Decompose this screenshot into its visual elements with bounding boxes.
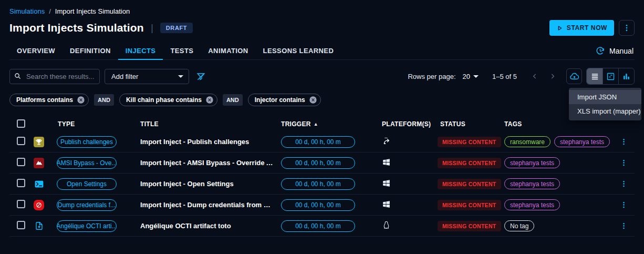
chevron-left-icon (531, 72, 539, 80)
inject-title[interactable]: Import Inject - Publish challenges (137, 138, 276, 146)
inject-title[interactable]: Import Inject - Open Settings (137, 180, 276, 188)
update-mode-toggle[interactable]: Manual (595, 42, 635, 59)
tag-chip[interactable]: stephanya tests (554, 136, 610, 147)
rows-per-page-label: Rows per page: (408, 73, 455, 80)
distribution-view-icon (606, 72, 615, 81)
filter-operator[interactable]: AND (94, 94, 114, 106)
terminal-icon (34, 179, 44, 189)
page-title: Import Injects Simulation (9, 22, 144, 34)
column-header-tags[interactable]: TAGS (499, 120, 604, 128)
import-dropdown-menu: Import JSON XLS import (mapper) (569, 88, 641, 120)
table-row[interactable]: Open Settings Import Inject - Open Setti… (9, 174, 635, 195)
inject-title[interactable]: Angélique OCTI artifact toto (137, 222, 276, 230)
vertical-dots-icon (622, 24, 631, 32)
pagination-range: 1–5 of 5 (492, 73, 517, 80)
title-divider: | (151, 22, 153, 34)
status-badge: MISSING CONTENT (438, 179, 501, 189)
menu-item-import-json[interactable]: Import JSON (569, 90, 641, 104)
row-menu-button[interactable] (619, 200, 629, 210)
row-menu-button[interactable] (619, 137, 629, 147)
remove-filter-icon[interactable] (205, 96, 214, 104)
search-input[interactable] (9, 69, 100, 84)
clear-filters-button[interactable] (196, 72, 206, 82)
windows-icon (382, 158, 391, 168)
filter-chip-kill-chain-phase[interactable]: Kill chain phase contains (119, 94, 217, 106)
tag-chip[interactable]: No tag (504, 220, 534, 231)
column-header-status[interactable]: STATUS (436, 120, 499, 128)
tag-chip[interactable]: stephanya tests (504, 199, 560, 210)
tab-animation[interactable]: ANIMATION (201, 42, 255, 59)
remove-filter-icon[interactable] (77, 96, 85, 104)
list-view-button[interactable] (587, 68, 603, 84)
chevron-down-icon (178, 75, 183, 78)
select-all-checkbox[interactable] (17, 119, 25, 128)
search-icon (14, 72, 22, 82)
tag-chip[interactable]: stephanya tests (504, 178, 560, 189)
table-row[interactable]: Dump credentials f... Import Inject - Du… (9, 195, 635, 216)
tab-overview[interactable]: OVERVIEW (9, 42, 63, 59)
start-now-button[interactable]: START NOW (549, 20, 614, 36)
remove-filter-icon[interactable] (309, 96, 317, 104)
menu-item-xls-import[interactable]: XLS import (mapper) (569, 104, 641, 118)
tab-definition[interactable]: DEFINITION (63, 42, 118, 59)
play-icon (556, 25, 563, 32)
row-checkbox[interactable] (17, 137, 25, 145)
row-checkbox[interactable] (17, 158, 25, 166)
tab-tests[interactable]: TESTS (163, 42, 201, 59)
filter-chip-injector[interactable]: Injector contains (248, 94, 321, 106)
table-row[interactable]: AMSI Bypass - Ove... Import Inject - AMS… (9, 153, 635, 174)
column-header-platforms[interactable]: PLATEFORM(S) (378, 120, 436, 128)
simulation-menu-button[interactable] (619, 20, 635, 36)
inject-title[interactable]: Import Inject - Dump credentials from Wi… (137, 201, 276, 209)
column-header-title[interactable]: TITLE (137, 120, 276, 128)
column-header-type[interactable]: TYPE (53, 120, 137, 128)
inject-type-chip: Angélique OCTI arti... (57, 220, 117, 232)
status-badge: MISSING CONTENT (438, 158, 501, 168)
chart-view-button[interactable] (618, 68, 634, 84)
trophy-icon (34, 137, 44, 147)
next-page-button[interactable] (546, 70, 559, 83)
status-badge: MISSING CONTENT (438, 221, 501, 231)
atomic-red-team-icon (34, 200, 44, 210)
tab-lessons-learned[interactable]: LESSONS LEARNED (256, 42, 341, 59)
trigger-chip: 00 d, 00 h, 00 m (281, 136, 355, 148)
cloud-upload-icon (569, 72, 579, 82)
windows-icon (382, 179, 391, 189)
inject-type-chip: Dump credentials f... (57, 199, 117, 211)
rows-per-page-select[interactable]: 20 (463, 73, 479, 80)
import-button[interactable] (566, 68, 582, 84)
table-row[interactable]: Angélique OCTI arti... Angélique OCTI ar… (9, 216, 635, 237)
row-checkbox[interactable] (17, 200, 25, 208)
tag-chip[interactable]: stephanya tests (504, 157, 560, 168)
view-mode-group (586, 68, 635, 85)
add-filter-select[interactable]: Add filter (105, 69, 189, 84)
active-filters: Platforms contains AND Kill chain phase … (9, 94, 635, 106)
vertical-dots-icon (620, 138, 628, 146)
row-menu-button[interactable] (619, 158, 629, 168)
caldera-icon (34, 158, 44, 168)
search-box (9, 69, 100, 84)
table-row[interactable]: Publish challenges Import Inject - Publi… (9, 131, 635, 153)
previous-page-button[interactable] (528, 70, 541, 83)
vertical-dots-icon (620, 180, 628, 188)
distribution-view-button[interactable] (603, 68, 618, 84)
tab-injects[interactable]: INJECTS (118, 42, 163, 59)
filter-operator[interactable]: AND (223, 94, 243, 106)
breadcrumb-simulations-link[interactable]: Simulations (9, 7, 45, 15)
inject-title[interactable]: Import Inject - AMSI Bypass - Override A… (137, 159, 276, 167)
row-checkbox[interactable] (17, 221, 25, 229)
trigger-chip: 00 d, 00 h, 00 m (281, 220, 355, 232)
trigger-chip: 00 d, 00 h, 00 m (281, 178, 355, 190)
row-checkbox[interactable] (17, 179, 25, 187)
trigger-chip: 00 d, 00 h, 00 m (281, 199, 355, 211)
column-header-trigger[interactable]: TRIGGER ▲ (276, 120, 378, 128)
inject-type-chip: Publish challenges (57, 136, 117, 148)
bar-chart-icon (622, 72, 631, 81)
chevron-right-icon (548, 72, 557, 80)
filter-chip-platforms[interactable]: Platforms contains (9, 94, 89, 106)
tag-chip[interactable]: ransomware (504, 136, 550, 147)
row-menu-button[interactable] (619, 221, 629, 231)
tab-bar: OVERVIEW DEFINITION INJECTS TESTS ANIMAT… (9, 42, 635, 60)
filter-off-icon (196, 72, 206, 82)
row-menu-button[interactable] (619, 179, 629, 189)
